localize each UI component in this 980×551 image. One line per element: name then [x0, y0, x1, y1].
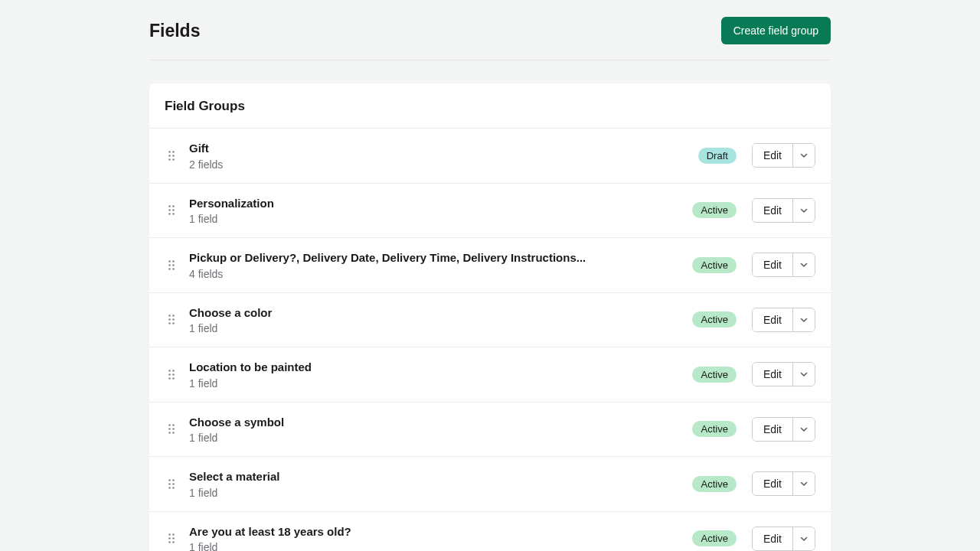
field-group-count: 1 field: [189, 487, 692, 499]
drag-handle-icon[interactable]: [165, 424, 178, 434]
card-title: Field Groups: [165, 99, 815, 114]
drag-handle-icon[interactable]: [165, 533, 178, 543]
chevron-down-icon: [799, 260, 808, 269]
field-group-row: Personalization1 fieldActiveEdit: [149, 184, 831, 239]
edit-dropdown-button[interactable]: [792, 308, 815, 331]
row-main: Personalization1 field: [178, 196, 692, 226]
drag-handle-icon[interactable]: [165, 260, 178, 270]
svg-point-43: [172, 533, 175, 536]
card-header: Field Groups: [149, 83, 831, 129]
svg-point-27: [172, 373, 175, 376]
field-groups-list: Gift2 fieldsDraftEditPersonalization1 fi…: [149, 129, 831, 551]
field-group-title: Personalization: [189, 196, 692, 211]
svg-point-41: [172, 487, 175, 489]
svg-point-6: [168, 205, 171, 207]
svg-point-30: [168, 424, 171, 426]
edit-button[interactable]: Edit: [753, 308, 792, 331]
edit-button-group: Edit: [752, 198, 815, 223]
svg-point-10: [168, 213, 171, 215]
svg-point-24: [168, 370, 171, 372]
field-group-row: Location to be painted1 fieldActiveEdit: [149, 347, 831, 403]
row-main: Are you at least 18 years old?1 field: [178, 524, 692, 552]
edit-button-group: Edit: [752, 143, 815, 168]
edit-button-group: Edit: [752, 253, 815, 277]
edit-button[interactable]: Edit: [753, 472, 792, 495]
edit-dropdown-button[interactable]: [792, 199, 815, 222]
svg-point-18: [168, 315, 171, 317]
field-group-title: Choose a symbol: [189, 415, 692, 430]
edit-button[interactable]: Edit: [753, 363, 792, 386]
svg-point-5: [172, 158, 175, 161]
chevron-down-icon: [799, 370, 808, 379]
edit-button[interactable]: Edit: [753, 199, 792, 222]
chevron-down-icon: [799, 315, 808, 324]
drag-handle-icon[interactable]: [165, 315, 178, 324]
svg-point-42: [168, 533, 171, 536]
svg-point-8: [168, 209, 171, 211]
drag-handle-icon[interactable]: [165, 151, 178, 161]
svg-point-20: [168, 318, 171, 321]
svg-point-9: [172, 209, 175, 211]
drag-handle-icon[interactable]: [165, 370, 178, 380]
edit-dropdown-button[interactable]: [792, 253, 815, 276]
field-group-title: Choose a color: [189, 305, 692, 321]
edit-button[interactable]: Edit: [753, 527, 792, 550]
field-group-title: Gift: [189, 141, 698, 156]
svg-point-39: [172, 483, 175, 485]
svg-point-16: [168, 268, 171, 270]
edit-button[interactable]: Edit: [753, 418, 792, 441]
svg-point-4: [168, 158, 171, 161]
edit-dropdown-button[interactable]: [792, 527, 815, 550]
svg-point-34: [168, 432, 171, 434]
svg-point-7: [172, 205, 175, 207]
status-badge: Active: [692, 311, 736, 328]
row-main: Gift2 fields: [178, 141, 698, 171]
field-group-title: Are you at least 18 years old?: [189, 524, 692, 540]
svg-point-33: [172, 428, 175, 430]
svg-point-2: [168, 155, 171, 157]
field-group-title: Select a material: [189, 469, 692, 484]
field-group-row: Choose a color1 fieldActiveEdit: [149, 293, 831, 348]
field-group-count: 1 field: [189, 377, 692, 390]
svg-point-15: [172, 264, 175, 266]
row-main: Choose a color1 field: [178, 305, 692, 335]
field-group-title: Pickup or Delivery?, Delivery Date, Deli…: [189, 250, 692, 266]
svg-point-35: [172, 432, 175, 434]
svg-point-12: [168, 260, 171, 262]
status-badge: Active: [692, 530, 736, 546]
svg-point-25: [172, 370, 175, 372]
svg-point-17: [172, 268, 175, 270]
edit-dropdown-button[interactable]: [792, 363, 815, 386]
page-header: Fields Create field group: [149, 0, 831, 60]
row-main: Location to be painted1 field: [178, 360, 692, 390]
chevron-down-icon: [799, 534, 808, 543]
field-group-row: Choose a symbol1 fieldActiveEdit: [149, 403, 831, 458]
field-groups-card: Field Groups Gift2 fieldsDraftEditPerson…: [149, 83, 831, 551]
svg-point-1: [172, 151, 175, 153]
svg-point-23: [172, 322, 175, 324]
drag-handle-icon[interactable]: [165, 479, 178, 489]
svg-point-37: [172, 479, 175, 481]
edit-dropdown-button[interactable]: [792, 144, 815, 167]
edit-button[interactable]: Edit: [753, 144, 792, 167]
chevron-down-icon: [799, 479, 808, 488]
svg-point-32: [168, 428, 171, 430]
field-group-row: Gift2 fieldsDraftEdit: [149, 129, 831, 184]
field-group-count: 1 field: [189, 541, 692, 551]
chevron-down-icon: [799, 151, 808, 160]
svg-point-46: [168, 541, 171, 543]
edit-dropdown-button[interactable]: [792, 472, 815, 495]
drag-handle-icon[interactable]: [165, 205, 178, 215]
svg-point-29: [172, 377, 175, 380]
svg-point-44: [168, 537, 171, 540]
field-group-row: Pickup or Delivery?, Delivery Date, Deli…: [149, 238, 831, 293]
status-badge: Active: [692, 421, 736, 437]
svg-point-22: [168, 322, 171, 324]
edit-button[interactable]: Edit: [753, 253, 792, 276]
edit-dropdown-button[interactable]: [792, 418, 815, 441]
svg-point-47: [172, 541, 175, 543]
field-group-count: 1 field: [189, 213, 692, 225]
edit-button-group: Edit: [752, 308, 815, 332]
status-badge: Active: [692, 202, 736, 218]
create-field-group-button[interactable]: Create field group: [721, 17, 831, 44]
